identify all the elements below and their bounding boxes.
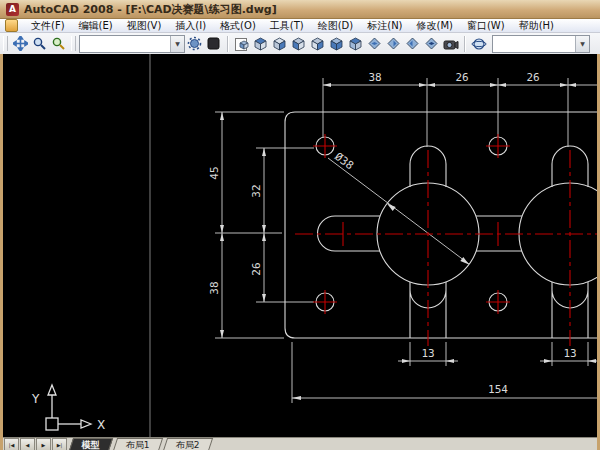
view-front-cube-icon[interactable] [327, 35, 346, 53]
dim-top-26b: 26 [526, 71, 539, 84]
autocad-window: A AutoCAD 2008 - [F:\CAD决赛题\练习图.dwg] 文件(… [0, 0, 600, 450]
pan-realtime-icon[interactable] [11, 35, 30, 53]
ucs-x-label: X [97, 418, 105, 432]
view-top-cube-icon[interactable] [251, 35, 270, 53]
menu-modify[interactable]: 修改(M) [410, 19, 460, 33]
tab-prev-icon[interactable]: ◀ [20, 438, 35, 450]
dim-slot-13a: 13 [421, 347, 434, 360]
chevron-down-icon[interactable]: ▼ [575, 36, 589, 52]
ucs-labels: Y X [31, 392, 105, 432]
tab-next-icon[interactable]: ▶ [36, 438, 51, 450]
toolbar-separator [227, 36, 228, 52]
zoom-realtime-icon[interactable] [30, 35, 49, 53]
toolbar-grip[interactable] [3, 36, 8, 51]
dim-top-38: 38 [368, 71, 381, 84]
menu-insert[interactable]: 插入(I) [168, 19, 213, 33]
menu-tools[interactable]: 工具(T) [263, 19, 311, 33]
dark-swatch-icon[interactable] [204, 35, 223, 53]
menu-view[interactable]: 视图(V) [120, 19, 169, 33]
menu-format[interactable]: 格式(O) [213, 19, 263, 33]
view-bottom-cube-icon[interactable] [270, 35, 289, 53]
iso-sw-view-icon[interactable] [365, 35, 384, 53]
dimension-lines [215, 78, 597, 403]
camera-icon[interactable] [441, 35, 460, 53]
layer-combobox[interactable]: ▼ [79, 35, 185, 53]
document-icon [5, 19, 18, 32]
view-right-cube-icon[interactable] [308, 35, 327, 53]
tab-first-icon[interactable]: |◀ [4, 438, 19, 450]
menu-help[interactable]: 帮助(H) [512, 19, 561, 33]
dim-left-32: 32 [250, 184, 263, 197]
render-settings-icon[interactable] [185, 35, 204, 53]
ucs-y-label: Y [31, 392, 40, 406]
menu-bar: 文件(F) 编辑(E) 视图(V) 插入(I) 格式(O) 工具(T) 绘图(D… [0, 19, 600, 33]
iso-se-view-icon[interactable] [384, 35, 403, 53]
toolbar: ▼ [0, 33, 600, 55]
tab-last-icon[interactable]: ▶| [52, 438, 67, 450]
named-views-icon[interactable] [232, 35, 251, 53]
view-combobox[interactable]: ▼ [492, 35, 590, 53]
toolbar-grip[interactable] [71, 36, 76, 51]
tab-layout1[interactable]: 布局1 [113, 438, 163, 450]
dim-left-45: 45 [208, 166, 221, 179]
layout-tab-bar: |◀ ◀ ▶ ▶| 模型 布局1 布局2 [3, 437, 597, 450]
dim-slot-13b: 13 [563, 347, 576, 360]
menu-dimension[interactable]: 标注(N) [360, 19, 409, 33]
zoom-window-icon[interactable] [49, 35, 68, 53]
window-title: AutoCAD 2008 - [F:\CAD决赛题\练习图.dwg] [24, 2, 277, 17]
menu-edit[interactable]: 编辑(E) [72, 19, 120, 33]
menu-draw[interactable]: 绘图(D) [311, 19, 361, 33]
dim-left-38: 38 [208, 281, 221, 294]
iso-ne-view-icon[interactable] [403, 35, 422, 53]
toolbar-separator [464, 36, 465, 52]
model-space-canvas[interactable]: 38 26 26 45 38 32 26 13 13 154 Ø38 [3, 54, 597, 437]
ucs-icon [46, 385, 91, 430]
tab-model[interactable]: 模型 [69, 438, 113, 450]
dim-left-26: 26 [250, 262, 263, 275]
dim-top-26a: 26 [455, 71, 468, 84]
dim-width-154: 154 [488, 383, 508, 396]
cad-drawing: 38 26 26 45 38 32 26 13 13 154 Ø38 [3, 54, 597, 437]
tab-layout2[interactable]: 布局2 [163, 438, 213, 450]
view-back-cube-icon[interactable] [346, 35, 365, 53]
app-icon: A [6, 3, 19, 16]
dimension-arrows [220, 83, 596, 400]
iso-nw-view-icon[interactable] [422, 35, 441, 53]
orbit-icon[interactable] [469, 35, 488, 53]
dim-diameter: Ø38 [332, 150, 356, 172]
view-left-cube-icon[interactable] [289, 35, 308, 53]
menu-file[interactable]: 文件(F) [24, 19, 72, 33]
title-bar: A AutoCAD 2008 - [F:\CAD决赛题\练习图.dwg] [0, 0, 600, 19]
chevron-down-icon[interactable]: ▼ [170, 36, 184, 52]
menu-window[interactable]: 窗口(W) [460, 19, 512, 33]
